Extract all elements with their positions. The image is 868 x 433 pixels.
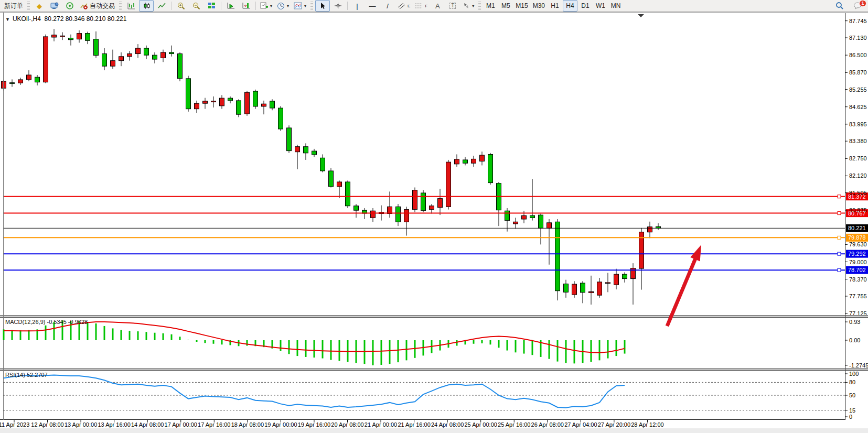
svg-text:79.878: 79.878 [848, 234, 866, 241]
svg-text:-1.2745: -1.2745 [849, 362, 868, 369]
text-tool[interactable]: A [430, 0, 445, 12]
symbol-dropdown-icon[interactable]: ▼ [5, 17, 10, 22]
timeframe-m30-button[interactable]: M30 [531, 0, 547, 12]
svg-text:27 Apr 04:00: 27 Apr 04:00 [564, 421, 597, 428]
main-toolbar: 新订单 ◆ 自动交易 ▾ ▾ [0, 0, 868, 12]
timeframe-m15-button[interactable]: M15 [513, 0, 530, 12]
new-order-button[interactable]: 新订单 [2, 0, 25, 12]
zoom-out-icon [192, 2, 200, 10]
bars-icon [127, 2, 135, 9]
templates-button[interactable]: ▾ [292, 0, 308, 12]
signal-icon [66, 2, 74, 9]
svg-text:0.93: 0.93 [849, 319, 860, 325]
timeframe-m5-button[interactable]: M5 [498, 0, 513, 12]
svg-text:26 Apr 08:00: 26 Apr 08:00 [531, 421, 564, 428]
toolbar-grip[interactable] [478, 2, 481, 10]
crosshair-tool-button[interactable] [330, 0, 345, 12]
tile-windows-button[interactable] [204, 0, 219, 12]
candlestick-icon [143, 2, 151, 9]
chart-shift-icon [242, 2, 250, 9]
svg-text:87.745: 87.745 [849, 18, 867, 24]
new-chart-button[interactable]: ▾ [258, 0, 274, 12]
notification-badge: 1 [859, 0, 866, 7]
search-icon [835, 2, 844, 10]
svg-text:25 Apr 16:00: 25 Apr 16:00 [498, 421, 530, 428]
svg-text:19 Apr 00:00: 19 Apr 00:00 [264, 421, 297, 428]
auto-scroll-button[interactable] [223, 0, 238, 12]
search-button[interactable] [832, 0, 847, 12]
autotrading-button[interactable]: 自动交易 [78, 0, 117, 12]
svg-text:82.750: 82.750 [849, 155, 867, 161]
svg-text:78.702: 78.702 [848, 267, 866, 273]
price-chart-canvas[interactable]: 81.37280.76780.22179.87879.29278.70287.7… [0, 12, 868, 433]
timeframe-h1-button[interactable]: H1 [548, 0, 562, 12]
bar-chart-type-button[interactable] [124, 0, 138, 12]
arrows-tool[interactable]: ▾ [460, 0, 476, 12]
notifications-button[interactable]: 1 [849, 0, 866, 12]
timeframe-m1-button[interactable]: M1 [483, 0, 498, 12]
timeframe-h4-button[interactable]: H4 [563, 0, 577, 12]
equidistant-channel-tool[interactable]: E [395, 0, 412, 12]
rsi-value: 52.2707 [27, 372, 48, 378]
svg-text:85.870: 85.870 [849, 69, 867, 75]
svg-text:11 Apr 2023: 11 Apr 2023 [0, 421, 29, 428]
diamond-icon: ◆ [37, 3, 42, 9]
chart-shift-button[interactable] [239, 0, 253, 12]
svg-text:15: 15 [849, 407, 855, 414]
timeframe-w1-button[interactable]: W1 [593, 0, 608, 12]
svg-text:17 Apr 16:00: 17 Apr 16:00 [198, 421, 230, 428]
svg-text:85.255: 85.255 [849, 86, 867, 93]
rsi-name: RSI(14) [5, 372, 25, 378]
toolbar-grip[interactable] [310, 2, 313, 10]
svg-text:17 Apr 00:00: 17 Apr 00:00 [165, 421, 197, 428]
auto-scroll-icon [227, 2, 235, 9]
svg-text:0.00: 0.00 [849, 337, 860, 343]
chevron-down-icon: ▾ [270, 4, 272, 8]
metaeditor-icon[interactable]: ◆ [32, 0, 47, 12]
toolbar-grip[interactable] [27, 2, 30, 10]
svg-text:83.380: 83.380 [849, 138, 867, 144]
cursor-tool-button[interactable] [315, 0, 330, 12]
toolbar-grip[interactable] [119, 2, 122, 10]
toolbar-separator [255, 2, 256, 10]
svg-text:83.995: 83.995 [849, 121, 867, 127]
macd-label[interactable]: MACD(12,26,9) -0.5345 -0.9628 [5, 319, 88, 325]
channel-letter: E [408, 4, 410, 8]
text-label-tool[interactable]: T [445, 0, 460, 12]
tile-windows-icon [208, 2, 216, 9]
zoom-in-button[interactable] [174, 0, 188, 12]
toolbar-separator [347, 2, 348, 10]
autotrading-label: 自动交易 [90, 2, 115, 10]
svg-text:79.630: 79.630 [849, 241, 867, 247]
vertical-line-tool[interactable]: | [350, 0, 365, 12]
rsi-label[interactable]: RSI(14) 52.2707 [5, 372, 48, 378]
strategy-tester-icon[interactable] [47, 0, 62, 12]
svg-text:12 Apr 08:00: 12 Apr 08:00 [31, 421, 63, 428]
horizontal-line-tool[interactable]: — [365, 0, 380, 12]
arrows-icon [463, 2, 470, 9]
periods-button[interactable]: ▾ [275, 0, 291, 12]
svg-text:80: 80 [849, 379, 855, 385]
chart-window: 81.37280.76780.22179.87879.29278.70287.7… [0, 12, 868, 433]
svg-text:78.370: 78.370 [849, 276, 867, 283]
data-window-icon[interactable] [62, 0, 77, 12]
svg-text:21 Apr 16:00: 21 Apr 16:00 [398, 421, 430, 428]
timeframe-mn-button[interactable]: MN [608, 0, 623, 12]
svg-text:13 Apr 16:00: 13 Apr 16:00 [98, 421, 130, 428]
tester-monitor-icon [50, 2, 59, 9]
zoom-out-button[interactable] [189, 0, 203, 12]
fibonacci-tool[interactable]: F [413, 0, 430, 12]
svg-text:80.875: 80.875 [849, 207, 867, 213]
svg-text:19 Apr 16:00: 19 Apr 16:00 [298, 421, 330, 428]
clock-icon [277, 2, 285, 10]
trendline-tool[interactable]: / [380, 0, 395, 12]
svg-text:20 Apr 08:00: 20 Apr 08:00 [331, 421, 363, 428]
cursor-icon [319, 2, 326, 9]
line-chart-type-button[interactable] [154, 0, 169, 12]
candlestick-chart-type-button[interactable] [139, 0, 154, 12]
svg-text:0: 0 [849, 414, 852, 420]
svg-text:14 Apr 08:00: 14 Apr 08:00 [131, 421, 164, 428]
chevron-down-icon: ▾ [472, 4, 474, 8]
chart-title[interactable]: ▼UKOil-,H4 80.272 80.346 80.210 80.221 [5, 15, 126, 23]
timeframe-d1-button[interactable]: D1 [578, 0, 593, 12]
